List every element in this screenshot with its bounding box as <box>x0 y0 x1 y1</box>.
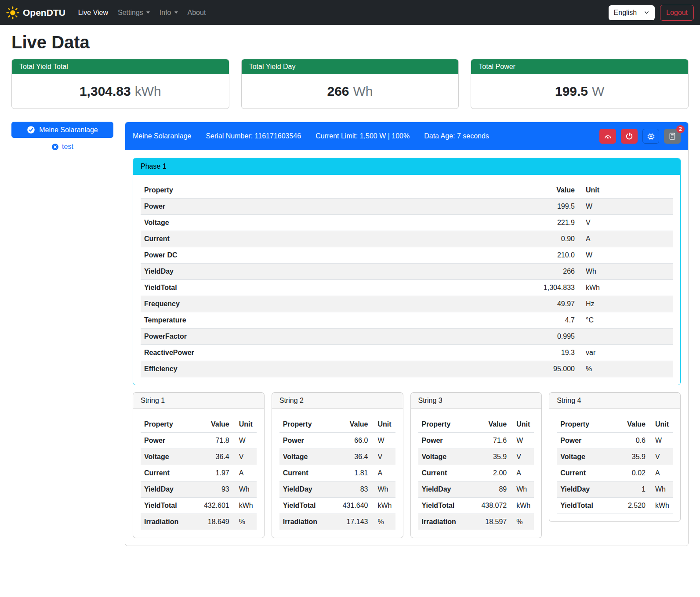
main-nav: Live View Settings Info About <box>73 5 211 20</box>
table-header-row: Property Value Unit <box>141 182 673 199</box>
table-header-row: Property Value Unit <box>279 416 395 433</box>
nav-info[interactable]: Info <box>155 5 183 20</box>
summary-row: Total Yield Total 1,304.83kWh Total Yiel… <box>11 59 689 109</box>
card-body: 266Wh <box>242 74 459 109</box>
total-yield-total-card: Total Yield Total 1,304.83kWh <box>11 59 229 109</box>
string-4-card: String 4 Property Value Unit <box>549 392 681 522</box>
property-cell: YieldTotal <box>141 280 517 296</box>
property-cell: PowerFactor <box>141 329 517 345</box>
value-header: Value <box>334 416 372 433</box>
language-select[interactable]: English <box>609 5 655 20</box>
card-unit: kWh <box>135 84 161 98</box>
table-row: Irradiation 18.649 % <box>141 514 257 530</box>
value-cell: 93 <box>196 481 233 498</box>
value-cell: 0.02 <box>612 465 649 481</box>
value-cell: 221.9 <box>517 215 578 231</box>
event-log-button[interactable]: 2 <box>664 129 681 144</box>
inverter-item-test[interactable]: test <box>11 143 113 151</box>
journal-icon <box>668 132 676 140</box>
card-body: 199.5W <box>471 74 688 109</box>
value-cell: 0.6 <box>612 433 649 449</box>
nav-live-view-label: Live View <box>78 9 108 17</box>
table-header-row: Property Value Unit <box>557 416 673 433</box>
property-cell: Power <box>141 199 517 215</box>
string-2-table: Property Value Unit Power 66.0 <box>279 416 395 530</box>
panel-actions: 2 <box>599 129 681 144</box>
unit-cell: W <box>578 247 673 264</box>
strings-row: String 1 Property Value Unit <box>133 392 681 538</box>
value-cell: 17.143 <box>334 514 372 530</box>
value-cell: 0.90 <box>517 231 578 247</box>
unit-cell: W <box>372 433 395 449</box>
device-info-button[interactable] <box>642 129 659 144</box>
table-row: Current 1.81 A <box>279 465 395 481</box>
table-row: ReactivePower 19.3 var <box>141 345 673 361</box>
data-age: Data Age: 7 seconds <box>424 132 489 140</box>
property-header: Property <box>141 416 196 433</box>
unit-cell: V <box>510 449 534 465</box>
unit-header: Unit <box>649 416 673 433</box>
gauge-icon <box>604 132 612 141</box>
value-cell: 36.4 <box>334 449 372 465</box>
string-title: String 1 <box>133 393 264 409</box>
table-header-row: Property Value Unit <box>418 416 534 433</box>
unit-cell: V <box>372 449 395 465</box>
table-header-row: Property Value Unit <box>141 416 257 433</box>
unit-cell: V <box>578 215 673 231</box>
value-cell: 71.6 <box>473 433 510 449</box>
value-cell: 36.4 <box>196 449 233 465</box>
property-cell: YieldDay <box>141 264 517 280</box>
x-circle-icon <box>51 143 59 151</box>
property-cell: YieldTotal <box>418 498 473 514</box>
property-cell: Voltage <box>279 449 334 465</box>
table-row: Voltage 35.9 V <box>557 449 673 465</box>
unit-cell: % <box>510 514 534 530</box>
serial-number: Serial Number: 116171603546 <box>206 132 301 140</box>
property-cell: ReactivePower <box>141 345 517 361</box>
property-cell: Current <box>279 465 334 481</box>
property-cell: Voltage <box>557 449 612 465</box>
property-header: Property <box>279 416 334 433</box>
table-row: Current 1.97 A <box>141 465 257 481</box>
table-row: Current 0.02 A <box>557 465 673 481</box>
string-1-card: String 1 Property Value Unit <box>133 392 265 538</box>
table-row: Current 0.90 A <box>141 231 673 247</box>
limit-settings-button[interactable] <box>599 129 616 144</box>
value-cell: 18.649 <box>196 514 233 530</box>
unit-header: Unit <box>510 416 534 433</box>
inverter-item-selected[interactable]: Meine Solaranlage <box>11 122 113 138</box>
logout-button[interactable]: Logout <box>660 5 694 21</box>
string-1-table: Property Value Unit Power 71.8 <box>141 416 257 530</box>
card-unit: W <box>592 84 604 98</box>
table-row: Current 2.00 A <box>418 465 534 481</box>
unit-cell: Wh <box>649 481 673 498</box>
property-cell: Voltage <box>418 449 473 465</box>
value-cell: 432.601 <box>196 498 233 514</box>
table-row: Efficiency 95.000 % <box>141 361 673 377</box>
unit-cell: % <box>578 361 673 377</box>
table-row: YieldTotal 432.601 kWh <box>141 498 257 514</box>
inverter-item-label: test <box>62 143 73 151</box>
property-cell: YieldTotal <box>557 498 612 514</box>
power-control-button[interactable] <box>621 129 638 144</box>
nav-about[interactable]: About <box>183 5 211 20</box>
table-row: YieldDay 93 Wh <box>141 481 257 498</box>
value-cell: 1.97 <box>196 465 233 481</box>
card-value: 1,304.83 <box>80 84 131 98</box>
nav-settings[interactable]: Settings <box>113 5 155 20</box>
table-row: Power 71.8 W <box>141 433 257 449</box>
property-cell: Voltage <box>141 449 196 465</box>
property-cell: Irradiation <box>141 514 196 530</box>
table-row: Power 199.5 W <box>141 199 673 215</box>
value-cell: 199.5 <box>517 199 578 215</box>
property-cell: Frequency <box>141 296 517 312</box>
nav-live-view[interactable]: Live View <box>73 5 113 20</box>
property-cell: YieldDay <box>418 481 473 498</box>
property-cell: YieldDay <box>557 481 612 498</box>
unit-cell: kWh <box>510 498 534 514</box>
unit-cell: Wh <box>233 481 257 498</box>
inverter-name: Meine Solaranlage <box>133 132 191 140</box>
brand[interactable]: OpenDTU <box>6 6 65 19</box>
table-row: YieldTotal 2.520 kWh <box>557 498 673 514</box>
unit-cell: V <box>649 449 673 465</box>
